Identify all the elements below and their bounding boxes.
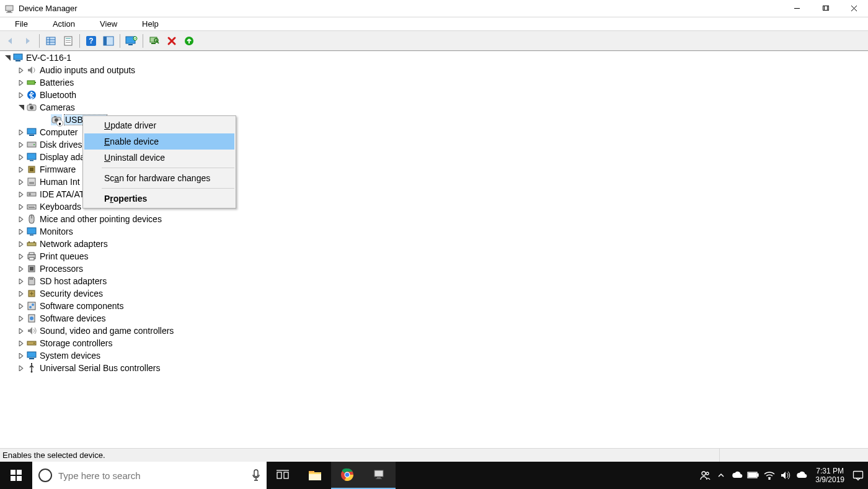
mic-icon[interactable] [252,469,260,482]
toolbar-action-center[interactable] [100,33,117,49]
taskbar-app-task-view[interactable] [267,462,299,489]
expand-toggle[interactable] [17,253,25,260]
device-tree[interactable]: EV-C-116-1Audio inputs and outputsBatter… [0,51,868,448]
tree-item-sound[interactable]: Sound, video and game controllers [0,325,868,337]
tray-onedrive[interactable] [730,463,745,488]
expand-toggle[interactable] [17,265,25,272]
expand-toggle[interactable] [17,91,25,99]
expand-toggle[interactable] [17,327,25,334]
expand-toggle[interactable] [17,166,25,173]
start-button[interactable] [0,462,32,489]
tree-item-label: SD host adapters [40,276,107,286]
maximize-button[interactable] [811,0,839,17]
tree-item-swdev[interactable]: Software devices [0,312,868,325]
tree-item-swcomp[interactable]: Software components [0,300,868,312]
tray-overflow[interactable] [714,463,728,488]
tree-item-security[interactable]: Security devices [0,287,868,300]
search-input[interactable] [58,470,252,481]
expand-toggle[interactable] [17,240,25,248]
tree-item-system[interactable]: System devices [0,349,868,362]
svg-rect-43 [30,160,33,161]
svg-rect-89 [277,472,281,478]
tree-item-battery[interactable]: Batteries [0,76,868,89]
audio-icon [26,65,37,76]
expand-toggle[interactable] [17,191,25,198]
tree-root[interactable]: EV-C-116-1Audio inputs and outputsBatter… [0,52,868,374]
ctx-scan-for-hardware-changes[interactable]: Scan for hardware changes [84,170,234,186]
expand-toggle[interactable] [17,277,25,285]
tree-item-sd[interactable]: SD host adapters [0,275,868,287]
toolbar-update-driver[interactable] [123,33,140,49]
menu-help[interactable]: Help [130,18,171,30]
taskbar-app-file-explorer[interactable] [299,462,331,489]
tree-item-storage[interactable]: Storage controllers [0,337,868,349]
expand-toggle[interactable] [4,54,11,61]
expand-toggle[interactable] [17,203,25,210]
taskbar-app-chrome[interactable] [331,462,363,489]
svg-rect-66 [29,258,34,260]
tree-item-usb[interactable]: Universal Serial Bus controllers [0,362,868,374]
menu-file[interactable]: File [2,18,40,30]
taskbar-search[interactable] [32,462,267,489]
expand-toggle[interactable] [17,315,25,322]
menu-action[interactable]: Action [40,18,87,30]
tray-battery[interactable] [746,463,761,488]
expand-toggle[interactable] [17,153,25,161]
tray-wifi[interactable] [762,463,777,488]
svg-rect-86 [11,476,16,481]
expand-toggle[interactable] [17,228,25,235]
tray-volume[interactable] [778,463,793,488]
minimize-button[interactable] [782,0,811,17]
expand-toggle[interactable] [17,79,25,86]
toolbar-uninstall[interactable] [164,33,180,49]
tree-item-audio[interactable]: Audio inputs and outputs [0,64,868,76]
expand-toggle[interactable] [17,178,25,186]
svg-rect-45 [30,168,33,171]
usb-icon [26,362,37,374]
expand-toggle[interactable] [17,352,25,359]
svg-rect-56 [33,206,34,207]
ctx-enable-device[interactable]: Enable device [84,133,234,150]
tree-item-monitor[interactable]: Monitors [0,225,868,238]
tree-item-printer[interactable]: Print queues [0,250,868,262]
expand-toggle[interactable] [17,141,25,148]
toolbar-show-hidden[interactable] [43,33,59,49]
close-button[interactable] [839,0,868,17]
tree-item-label: Cameras [40,102,75,112]
svg-point-41 [33,144,35,145]
tree-item-network[interactable]: Network adapters [0,238,868,250]
ctx-update-driver[interactable]: Update driver [84,117,234,133]
expand-toggle[interactable] [17,364,25,372]
tree-item-mouse[interactable]: Mice and other pointing devices [0,213,868,225]
clock-time: 7:31 PM [815,467,844,475]
context-menu[interactable]: Update driverEnable deviceUninstall devi… [82,115,236,209]
tray-cloud2[interactable] [794,463,809,488]
ctx-properties[interactable]: Properties [84,191,234,207]
action-center-button[interactable] [851,463,866,488]
toolbar-properties[interactable] [60,33,76,49]
expand-toggle[interactable] [17,339,25,347]
camera-icon [26,102,37,113]
tree-item-bluetooth[interactable]: Bluetooth [0,89,868,101]
expand-toggle[interactable] [17,302,25,310]
expand-toggle[interactable] [17,104,25,111]
sd-icon [26,276,37,287]
toolbar-enable[interactable] [181,33,197,49]
expand-toggle[interactable] [17,290,25,297]
expand-toggle[interactable] [17,215,25,223]
svg-rect-50 [27,205,36,209]
svg-rect-27 [14,54,22,60]
taskbar-app-device-manager[interactable] [363,462,396,489]
tray-people[interactable] [698,463,712,488]
menu-view[interactable]: View [87,18,130,30]
ctx-item-label: Enable device [104,137,159,146]
taskbar-clock[interactable]: 7:31 PM 3/9/2019 [810,467,849,484]
tree-item-cpu[interactable]: Processors [0,262,868,275]
tree-item-label: System devices [40,351,100,361]
toolbar-help[interactable]: ? [83,33,99,49]
toolbar-scan-hardware[interactable] [146,33,162,49]
ctx-uninstall-device[interactable]: Uninstall device [84,150,234,166]
svg-rect-70 [31,278,32,280]
expand-toggle[interactable] [17,66,25,74]
expand-toggle[interactable] [17,128,25,136]
